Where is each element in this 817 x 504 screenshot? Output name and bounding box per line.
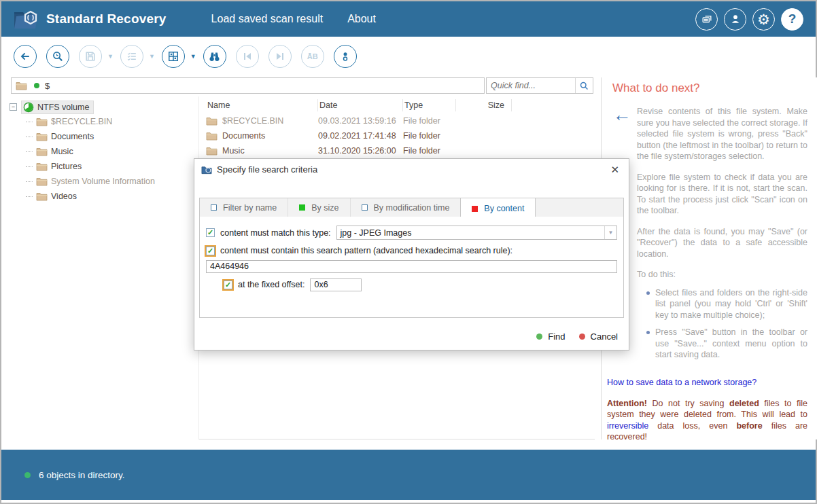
tab-active-marker-icon [299, 204, 305, 211]
header-icons: ⚙ ? [695, 8, 803, 31]
file-type-value: jpg - JPEG Images [337, 228, 604, 238]
app-logo-icon [12, 7, 41, 31]
tree-item-documents[interactable]: Documents [26, 129, 197, 144]
help-paragraph: Explore file system to check if data you… [637, 172, 807, 217]
folder-icon [206, 131, 218, 141]
cancel-button[interactable]: Cancel [579, 331, 618, 342]
irreversible-link[interactable]: irreversible [607, 421, 648, 431]
account-icon[interactable] [724, 8, 746, 31]
text-encoding-button[interactable]: ĀB [301, 45, 324, 68]
table-row[interactable]: Documents 09.02.2021 17:41:48 File folde… [199, 128, 595, 143]
tree-item-system-volume-information[interactable]: System Volume Information [26, 174, 197, 189]
tree-item-recycle-bin[interactable]: $RECYCLE.BIN [26, 114, 197, 129]
title-bar: Standard Recovery Load saved scan result… [1, 1, 816, 37]
tree-item-pictures[interactable]: Pictures [26, 159, 197, 174]
folder-icon [206, 116, 218, 126]
scan-button[interactable] [46, 45, 69, 68]
partition-grid-dropdown-arrow[interactable]: ▼ [190, 53, 196, 60]
folder-icon [36, 162, 48, 171]
save-dropdown-arrow[interactable]: ▼ [107, 53, 114, 60]
help-panel: What to do next? ← Revise contents of th… [601, 77, 817, 439]
dialog-title-bar: Specify file search criteria ✕ [194, 159, 629, 175]
tree-item-music[interactable]: Music [26, 144, 197, 159]
list-item: Press "Save" button in the toolbar or us… [646, 327, 807, 361]
cancel-dot-icon [579, 334, 585, 340]
path-status-dot [34, 83, 39, 88]
volume-icon [23, 102, 34, 113]
partition-grid-button[interactable] [162, 45, 185, 68]
search-pattern-label: content must contain this search pattern… [220, 246, 512, 255]
chevron-down-icon[interactable]: ▼ [604, 226, 616, 239]
menu-load-saved-scan[interactable]: Load saved scan result [211, 13, 324, 25]
tab-checkbox-icon [362, 204, 368, 211]
dialog-buttons: Find Cancel [536, 331, 618, 342]
column-header-size[interactable]: Size [456, 99, 512, 111]
find-button[interactable]: Find [536, 331, 565, 342]
path-breadcrumb[interactable]: $ [11, 77, 485, 94]
status-dot [24, 472, 31, 478]
folder-icon [36, 132, 48, 141]
menu-about[interactable]: About [347, 13, 376, 25]
quick-find-input[interactable] [487, 81, 575, 90]
search-pattern-input[interactable] [206, 260, 617, 273]
tab-active-marker-icon [472, 206, 478, 212]
next-button[interactable] [268, 45, 292, 68]
app-window: Standard Recovery Load saved scan result… [0, 0, 817, 504]
by-content-panel: ✓ content must match this type: jpg - JP… [199, 217, 624, 318]
search-criteria-dialog: Specify file search criteria ✕ Filter by… [194, 158, 629, 350]
fixed-offset-input[interactable] [310, 278, 362, 291]
tab-filter-by-name[interactable]: Filter by name [200, 198, 288, 217]
task-list-button[interactable] [120, 45, 143, 68]
tree-root-row[interactable]: − NTFS volume [10, 100, 197, 114]
attention-note: Attention! Do not try saving deleted fil… [607, 398, 807, 443]
properties-button[interactable] [334, 45, 357, 68]
back-button[interactable] [14, 45, 37, 68]
folder-icon [206, 146, 218, 156]
tab-by-modification-time[interactable]: By modification time [351, 198, 462, 217]
network-storage-help-link[interactable]: How to save data to a network storage? [607, 378, 807, 387]
column-header-name[interactable]: Name [206, 99, 318, 111]
tab-by-content[interactable]: By content [460, 198, 536, 219]
close-icon[interactable]: ✕ [608, 165, 622, 175]
content-type-checkbox[interactable]: ✓ [206, 228, 215, 237]
find-dot-icon [536, 334, 542, 340]
help-icon[interactable]: ? [781, 8, 803, 31]
dialog-title: Specify file search criteria [217, 164, 317, 175]
dialog-app-icon [201, 165, 212, 175]
tab-by-size[interactable]: By size [288, 198, 350, 217]
folder-icon [36, 147, 48, 156]
file-list-header: Name Date Type Size [199, 96, 595, 113]
search-icon [579, 81, 589, 91]
settings-gear-icon[interactable]: ⚙ [752, 8, 775, 31]
help-panel-title: What to do next? [612, 82, 807, 95]
save-button[interactable] [79, 45, 102, 68]
toolbar: ▼ ▼ ▼ [1, 37, 598, 76]
folder-icon [36, 192, 48, 201]
previous-button[interactable] [236, 45, 259, 68]
app-title: Standard Recovery [46, 12, 167, 26]
table-row[interactable]: Music 31.10.2020 15:26:00 File folder [199, 143, 595, 158]
table-row[interactable]: $RECYCLE.BIN 09.03.2021 13:59:16 File fo… [199, 113, 595, 128]
file-type-select[interactable]: jpg - JPEG Images ▼ [336, 226, 617, 240]
back-arrow-icon: ← [607, 106, 637, 162]
status-bar: 6 objects in directory. [1, 450, 816, 500]
task-list-dropdown-arrow[interactable]: ▼ [149, 53, 155, 60]
tree-item-videos[interactable]: Videos [26, 189, 197, 204]
column-header-date[interactable]: Date [318, 99, 403, 111]
path-text: $ [45, 81, 50, 91]
quick-find-search-button[interactable] [575, 78, 593, 93]
help-paragraph: After the data is found, you may "Save" … [637, 226, 807, 367]
fixed-offset-checkbox[interactable]: ✓ [224, 281, 232, 289]
search-pattern-checkbox[interactable]: ✓ [206, 247, 215, 255]
dialog-tabs: Filter by name By size By modification t… [199, 198, 624, 217]
column-header-type[interactable]: Type [403, 99, 456, 111]
tree-collapse-icon[interactable]: − [10, 103, 17, 111]
messages-icon[interactable] [695, 8, 718, 31]
content-type-label: content must match this type: [220, 228, 331, 238]
path-row: $ [1, 77, 598, 96]
find-button[interactable] [203, 45, 226, 68]
help-bullet-list: Select files and folders on the right-si… [646, 287, 807, 361]
folder-icon [36, 177, 48, 186]
main-menu: Load saved scan result About [211, 13, 376, 25]
list-item: Select files and folders on the right-si… [646, 287, 807, 321]
